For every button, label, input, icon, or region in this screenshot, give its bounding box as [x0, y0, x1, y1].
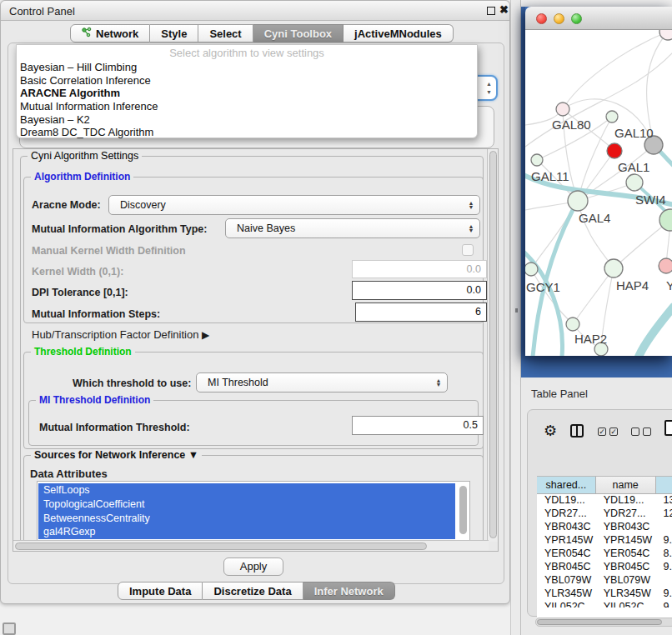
mi-type-value: Naive Bayes	[226, 222, 463, 234]
algorithm-option-aracne-algorithm[interactable]: ARACNE Algorithm	[17, 87, 477, 100]
column-header-a[interactable]: A	[656, 477, 672, 493]
table-row[interactable]: YBR043CYBR043C	[537, 521, 672, 534]
attribute-item-gal4rgexp[interactable]: gal4RGexp	[38, 525, 455, 539]
network-node[interactable]	[626, 174, 643, 191]
algorithm-option-basic-correlation-inference[interactable]: Basic Correlation Inference	[17, 74, 477, 88]
checked-boxes-icon[interactable]: ✓✓	[598, 428, 618, 436]
list-scrollbar-thumb[interactable]	[459, 486, 467, 534]
close-icon[interactable]: ✖	[499, 3, 509, 16]
table-cell: 8.	[656, 548, 672, 561]
attribute-item-selfloops[interactable]: SelfLoops	[38, 483, 455, 498]
table-cell: YPR145W	[537, 534, 596, 548]
algorithm-placeholder: Select algorithm to view settings	[17, 47, 477, 61]
column-header-name[interactable]: name	[596, 477, 656, 493]
tab-impute-data[interactable]: Impute Data	[118, 582, 203, 600]
hub-section-toggle[interactable]: Hub/Transcription Factor Definition ▶	[32, 328, 209, 341]
sources-title: Sources for Network Inference	[34, 449, 185, 461]
tab-network[interactable]: Network	[70, 24, 150, 42]
control-panel-titlebar[interactable]: Control Panel ✖	[1, 1, 509, 21]
manual-kernel-checkbox[interactable]	[462, 244, 474, 256]
network-node[interactable]	[525, 262, 538, 276]
node-table[interactable]: shared...nameA YDL19...YDL19...13YDR27..…	[537, 476, 672, 618]
table-cell: 9.	[656, 588, 672, 601]
tab-label: Style	[161, 25, 187, 42]
unchecked-boxes-icon[interactable]	[631, 428, 651, 436]
tab-style[interactable]: Style	[150, 24, 198, 42]
table-cell: YBR045C	[596, 561, 656, 574]
table-row[interactable]: YBR045CYBR045C9.	[537, 561, 672, 574]
mi-algorithm-type-select[interactable]: Naive Bayes ▲▼	[225, 218, 480, 238]
aracne-mode-select[interactable]: Discovery ▲▼	[108, 195, 480, 215]
algorithm-option-mutual-information-inference[interactable]: Mutual Information Inference	[17, 100, 477, 113]
table-row[interactable]: YPR145WYPR145W9.	[537, 534, 672, 548]
tab-discretize-data[interactable]: Discretize Data	[203, 582, 303, 600]
network-node[interactable]	[659, 258, 672, 273]
table-row[interactable]: YBL079WYBL079W	[537, 574, 672, 588]
mi-threshold-field[interactable]: 0.5	[352, 416, 484, 435]
kernel-width-field[interactable]: 0.0	[352, 260, 487, 278]
algorithm-option-bayesian-k2[interactable]: Bayesian – K2	[17, 113, 477, 127]
algorithm-option-dream8-dc-tdc-algorithm[interactable]: Dream8 DC_TDC Algorithm	[17, 126, 477, 139]
network-node[interactable]	[568, 191, 588, 211]
table-panel-title: Table Panel	[531, 388, 588, 400]
network-edge	[639, 307, 672, 356]
table-row[interactable]: YLR345WYLR345W9.	[537, 588, 672, 601]
tab-label: jActiveMNodules	[354, 25, 442, 42]
table-row[interactable]: YDR27...YDR27...12	[537, 508, 672, 521]
network-window-titlebar[interactable]	[525, 7, 672, 30]
tab-jactivemnodules[interactable]: jActiveMNodules	[344, 24, 454, 42]
tab-cyni-toolbox[interactable]: Cyni Toolbox	[253, 24, 344, 42]
file-icon[interactable]	[664, 420, 672, 436]
node-label-gal1: GAL1	[618, 160, 649, 174]
network-node[interactable]	[659, 30, 672, 40]
zoom-traffic-light-icon[interactable]	[571, 13, 582, 24]
tab-select[interactable]: Select	[198, 24, 253, 42]
table-cell: YPR145W	[596, 534, 656, 548]
apply-button[interactable]: Apply	[223, 558, 283, 576]
which-threshold-value: MI Threshold	[197, 377, 430, 388]
columns-icon[interactable]	[570, 424, 584, 438]
network-node[interactable]	[531, 154, 543, 166]
table-panel-area: Table Panel ⚙ ✓✓ shared...nameA YDL19...…	[521, 378, 672, 635]
close-traffic-light-icon[interactable]	[536, 13, 547, 24]
attribute-item-topologicalcoefficient[interactable]: TopologicalCoefficient	[38, 498, 455, 512]
network-node[interactable]	[606, 111, 618, 122]
data-attributes-list[interactable]: SelfLoopsTopologicalCoefficientBetweenne…	[37, 481, 470, 542]
tab-label: Infer Network	[314, 582, 384, 600]
minimized-panel-icon[interactable]	[3, 622, 16, 635]
tab-infer-network[interactable]: Infer Network	[303, 582, 395, 600]
network-node[interactable]	[556, 102, 569, 116]
network-node[interactable]	[566, 318, 579, 331]
network-node[interactable]	[604, 259, 623, 278]
node-label-gal80: GAL80	[552, 118, 591, 132]
gear-icon[interactable]: ⚙	[544, 422, 557, 440]
which-threshold-select[interactable]: MI Threshold ▲▼	[196, 372, 448, 392]
table-cell: 13	[656, 494, 672, 508]
minimize-traffic-light-icon[interactable]	[554, 13, 564, 24]
group-title: Cyni Algorithm Settings	[28, 150, 142, 162]
algorithm-option-bayesian-hill-climbing[interactable]: Bayesian – Hill Climbing	[17, 61, 477, 74]
attribute-item-betweennesscentrality[interactable]: BetweennessCentrality	[38, 512, 455, 526]
table-row[interactable]: YDL19...YDL19...13	[537, 494, 672, 508]
table-row[interactable]: YIL052CYIL052C9.	[537, 601, 672, 608]
panel-splitter[interactable]	[510, 0, 521, 635]
settings-vertical-scrollbar[interactable]	[487, 149, 498, 542]
network-node[interactable]	[607, 143, 622, 158]
table-cell: YIL052C	[596, 601, 656, 608]
collapsed-arrow-icon: ▶	[202, 329, 209, 341]
column-header-shared[interactable]: shared...	[537, 477, 596, 493]
float-window-icon[interactable]	[487, 7, 495, 15]
network-view-window: GAL80GAL10GAL1GAL11SWI4GAL4GCY1HAP4YHAP2	[525, 7, 672, 356]
table-cell	[656, 574, 672, 588]
dpi-tolerance-field[interactable]: 0.0	[352, 281, 487, 300]
table-row[interactable]: YER054CYER054C8.	[537, 548, 672, 561]
settings-horizontal-scrollbar[interactable]	[13, 540, 489, 551]
combo-arrows-icon: ▲▼	[486, 80, 492, 97]
mi-steps-field[interactable]: 6	[355, 302, 487, 322]
sources-toggle[interactable]: Sources for Network Inference ▼	[31, 449, 202, 461]
node-label-hap4: HAP4	[616, 278, 649, 292]
tab-label: Cyni Toolbox	[264, 25, 332, 42]
network-canvas[interactable]: GAL80GAL10GAL1GAL11SWI4GAL4GCY1HAP4YHAP2	[525, 30, 672, 356]
tab-label: Select	[209, 25, 241, 42]
table-horizontal-scrollbar[interactable]	[535, 618, 672, 627]
